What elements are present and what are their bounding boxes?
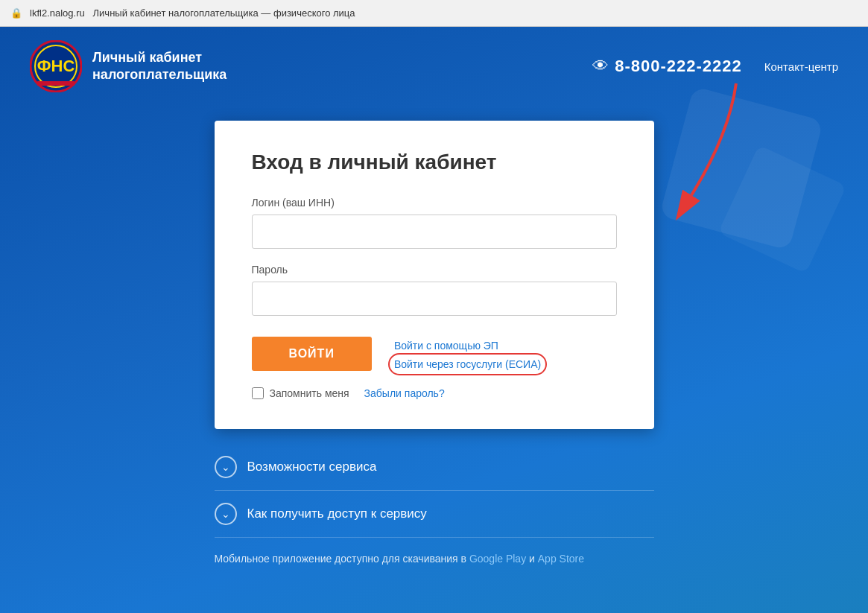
login-group: Логин (ваш ИНН): [252, 197, 617, 249]
accordion-item-1[interactable]: ⌄ Возможности сервиса: [215, 444, 654, 491]
header: ФНС Личный кабинет налогоплательщика 👁 8…: [0, 27, 868, 106]
footer-static-text: Мобильное приложение доступно для скачив…: [215, 553, 469, 565]
page: ФНС Личный кабинет налогоплательщика 👁 8…: [0, 27, 868, 613]
phone-icon: 👁: [592, 57, 609, 76]
browser-url: lkfl2.nalog.ru Личный кабинет налогоплат…: [30, 7, 355, 19]
header-title: Личный кабинет налогоплательщика: [92, 49, 226, 84]
main-content: Вход в личный кабинет Логин (ваш ИНН) Па…: [0, 106, 868, 594]
password-group: Пароль: [252, 264, 617, 316]
login-label: Логин (ваш ИНН): [252, 197, 617, 209]
contact-center-link[interactable]: Контакт-центр: [764, 60, 838, 73]
svg-text:ФНС: ФНС: [37, 57, 75, 75]
remember-row: Запомнить меня Забыли пароль?: [252, 387, 617, 399]
accordion-item-2[interactable]: ⌄ Как получить доступ к сервису: [215, 491, 654, 538]
card-title: Вход в личный кабинет: [252, 150, 617, 174]
app-store-link[interactable]: App Store: [538, 553, 584, 565]
form-actions: ВОЙТИ Войти с помощью ЭП Войти через гос…: [252, 337, 617, 371]
login-card: Вход в личный кабинет Логин (ваш ИНН) Па…: [215, 121, 654, 429]
ep-login-link[interactable]: Войти с помощью ЭП: [394, 340, 541, 352]
forgot-password-link[interactable]: Забыли пароль?: [364, 387, 445, 399]
accordion: ⌄ Возможности сервиса ⌄ Как получить дос…: [215, 444, 654, 538]
remember-checkbox[interactable]: [252, 387, 264, 399]
google-play-link[interactable]: Google Play: [469, 553, 526, 565]
gosuslugi-link-wrapper: Войти через госуслуги (ЕСИА): [394, 358, 541, 371]
accordion-chevron-1: ⌄: [215, 456, 237, 478]
remember-label[interactable]: Запомнить меня: [252, 387, 349, 399]
login-input[interactable]: [252, 215, 617, 249]
accordion-chevron-2: ⌄: [215, 503, 237, 525]
remember-text: Запомнить меня: [270, 387, 349, 399]
gosuslugi-login-link[interactable]: Войти через госуслуги (ЕСИА): [394, 358, 541, 370]
phone-number: 8-800-222-2222: [615, 57, 742, 76]
password-label: Пароль: [252, 264, 617, 276]
header-left: ФНС Личный кабинет налогоплательщика: [30, 40, 226, 92]
login-button[interactable]: ВОЙТИ: [252, 337, 372, 371]
accordion-label-2: Как получить доступ к сервису: [247, 506, 427, 521]
browser-bar: 🔒 lkfl2.nalog.ru Личный кабинет налогопл…: [0, 0, 868, 27]
footer-text: Мобильное приложение доступно для скачив…: [215, 553, 654, 565]
phone-block: 👁 8-800-222-2222: [592, 57, 742, 76]
svg-rect-3: [37, 81, 75, 86]
password-input[interactable]: [252, 282, 617, 316]
alt-login-links: Войти с помощью ЭП Войти через госуслуги…: [394, 337, 541, 371]
lock-icon: 🔒: [10, 7, 22, 19]
footer-and: и: [529, 553, 538, 565]
accordion-label-1: Возможности сервиса: [247, 460, 377, 474]
logo-icon: ФНС: [30, 40, 82, 92]
header-right: 👁 8-800-222-2222 Контакт-центр: [592, 57, 838, 76]
